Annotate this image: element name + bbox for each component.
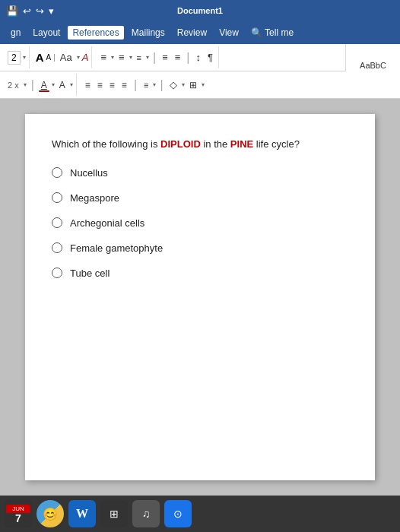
calendar-month: JUN (6, 505, 30, 513)
menu-item-view[interactable]: View (214, 26, 243, 40)
indent-dropdown[interactable]: ▾ (129, 54, 132, 61)
align-center2-btn[interactable]: ≡ (95, 78, 105, 92)
menu-item-tellme[interactable]: 🔍 Tell me (246, 26, 298, 40)
radio-nucellus[interactable] (52, 167, 62, 178)
taskbar-left: JUN 7 😊 W ⊞ ♫ ⊙ (5, 500, 192, 527)
option-label-archegonial: Archegonial cells (70, 217, 144, 229)
option-label-female-gametophyte: Female gametophyte (70, 242, 163, 254)
menu-item-layout[interactable]: Layout (28, 26, 65, 40)
font-A-small: A (46, 53, 52, 62)
borders-dropdown[interactable]: ▾ (202, 81, 205, 88)
font-A-large: A (36, 51, 44, 64)
option-nucellus[interactable]: Nucellus (52, 167, 348, 179)
option-list: Nucellus Megaspore Archegonial cells Fem… (52, 167, 348, 279)
line-spacing-btn[interactable]: ≡ (141, 79, 151, 91)
option-label-nucellus: Nucellus (70, 167, 108, 179)
option-megaspore[interactable]: Megaspore (52, 192, 348, 204)
grid-icon: ⊞ (110, 508, 119, 520)
word-letter: W (76, 507, 88, 521)
font-style-icon[interactable]: A (82, 52, 89, 63)
word-icon[interactable]: W (68, 500, 96, 527)
align-right2-btn[interactable]: ≡ (107, 78, 117, 92)
main-content-area: Which of the following is DIPLOID in the… (0, 99, 400, 496)
calendar-day: 7 (15, 513, 21, 524)
font-size-value[interactable]: 2 (8, 51, 21, 65)
dropdown-arrow-aa[interactable]: ▾ (77, 54, 80, 61)
question-text: Which of the following is DIPLOID in the… (52, 137, 348, 152)
superscript-label: x (14, 81, 19, 90)
redo-icon[interactable]: ↪ (36, 5, 44, 17)
alignment-group: ≡ ≡ ≡ ≡ | ≡ ▾ | ◇ ▾ ⊞ ▾ (80, 74, 208, 96)
document-title: Document1 (177, 6, 223, 15)
outline-dropdown[interactable]: ▾ (146, 54, 149, 61)
pilcrow-btn[interactable]: ¶ (205, 50, 215, 65)
option-label-tube-cell: Tube cell (70, 268, 110, 279)
music-note-icon: ♫ (142, 508, 151, 520)
paragraph-btn-group: ≡ ▾ ≡ ▾ ≡ ▾ | ≡ ≡ | ↕ ¶ (95, 46, 219, 68)
finder-icon[interactable]: 😊 (37, 500, 64, 527)
option-archegonial[interactable]: Archegonial cells (52, 217, 348, 229)
document-page: Which of the following is DIPLOID in the… (25, 114, 375, 480)
font-color-dropdown[interactable]: ▾ (70, 81, 73, 88)
browser-icon: ⊙ (173, 508, 183, 520)
customize-icon[interactable]: ▾ (49, 5, 54, 17)
indent-btn[interactable]: ≡ (116, 50, 127, 65)
font-style-group: A A | Aa ▾ A (33, 46, 93, 68)
align-left2-btn[interactable]: ≡ (83, 78, 93, 92)
radio-female-gametophyte[interactable] (52, 242, 62, 253)
font-color-btn[interactable]: A (57, 78, 68, 92)
font-A-underline[interactable]: A (39, 78, 49, 92)
option-label-megaspore: Megaspore (70, 192, 119, 204)
subscript-label: 2 (8, 81, 12, 90)
save-icon[interactable]: 💾 (6, 5, 18, 17)
radio-archegonial[interactable] (52, 217, 62, 228)
menu-item-mailings[interactable]: Mailings (127, 26, 170, 40)
toolbar-row1: 2 ▾ A A | Aa ▾ A ≡ ▾ ≡ ▾ ≡ ▾ | ≡ ≡ | ↕ ¶… (0, 44, 400, 71)
menu-bar: gn Layout References Mailings Review Vie… (0, 21, 400, 44)
list-dropdown[interactable]: ▾ (111, 54, 114, 61)
highlight-dropdown[interactable]: ▾ (52, 81, 55, 88)
dropdown-arrow-fontsize[interactable]: ▾ (23, 54, 26, 61)
borders-btn[interactable]: ⊞ (187, 78, 199, 92)
menu-item-review[interactable]: Review (173, 26, 211, 40)
music-icon[interactable]: ♫ (132, 500, 160, 527)
pine-word: PINE (230, 138, 253, 150)
shading-dropdown[interactable]: ▾ (182, 81, 185, 88)
question-mid: in the (201, 138, 230, 150)
diploid-word: DIPLOID (160, 138, 201, 150)
sort-btn[interactable]: ↕ (194, 50, 204, 65)
calendar-icon[interactable]: JUN 7 (5, 500, 32, 527)
radio-megaspore[interactable] (52, 192, 62, 203)
launchpad-icon[interactable]: ⊞ (100, 500, 128, 527)
chrome-icon[interactable]: ⊙ (164, 500, 192, 527)
undo-icon[interactable]: ↩ (23, 5, 31, 17)
finder-face-icon: 😊 (43, 507, 58, 521)
align-center-btn[interactable]: ≡ (173, 50, 183, 65)
question-prefix: Which of the following is (52, 138, 160, 150)
sub-super-dropdown[interactable]: ▾ (24, 81, 27, 88)
line-spacing-dropdown[interactable]: ▾ (153, 81, 156, 88)
option-female-gametophyte[interactable]: Female gametophyte (52, 242, 348, 254)
font-aa-btn[interactable]: Aa (58, 50, 75, 65)
radio-tube-cell[interactable] (52, 268, 62, 278)
option-tube-cell[interactable]: Tube cell (52, 268, 348, 279)
menu-item-references[interactable]: References (68, 26, 123, 40)
taskbar: JUN 7 😊 W ⊞ ♫ ⊙ (0, 496, 400, 532)
font-size-group: 2 ▾ (5, 46, 30, 68)
menu-item-gn[interactable]: gn (6, 26, 25, 40)
list-btn[interactable]: ≡ (98, 50, 109, 65)
question-end: life cycle? (253, 138, 300, 150)
title-bar: 💾 ↩ ↪ ▾ Document1 (0, 0, 400, 21)
formatting-group: 2 x ▾ | A ▾ A ▾ (5, 74, 77, 96)
shading-btn[interactable]: ◇ (167, 78, 179, 92)
align-left-btn[interactable]: ≡ (160, 50, 170, 65)
outline-btn[interactable]: ≡ (135, 52, 144, 64)
toolbar-row2: 2 x ▾ | A ▾ A ▾ ≡ ≡ ≡ ≡ | ≡ ▾ | ◇ ▾ ⊞ ▾ (0, 71, 400, 99)
justify-btn[interactable]: ≡ (119, 78, 129, 92)
